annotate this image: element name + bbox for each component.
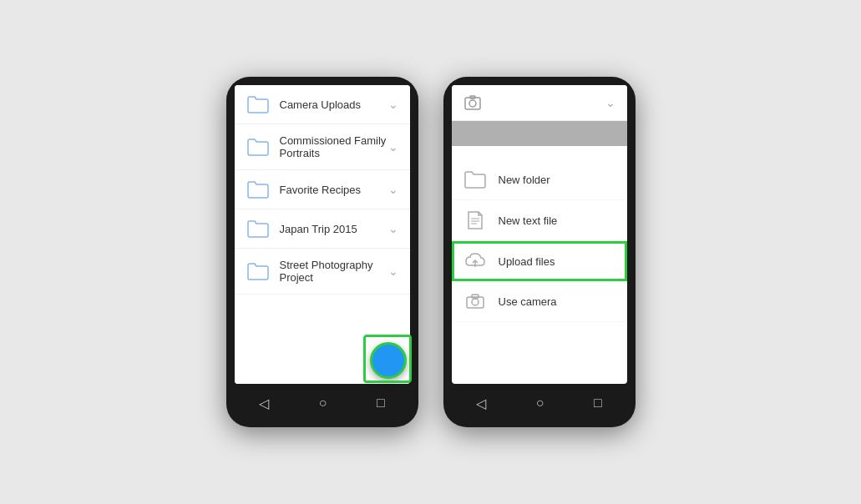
home-icon-right[interactable]: ○ bbox=[536, 396, 544, 411]
folder-item[interactable]: Camera Uploads ⌄ bbox=[235, 85, 410, 124]
chevron-icon: ⌄ bbox=[388, 140, 398, 154]
nav-bar-left: ◁ ○ □ bbox=[235, 387, 410, 419]
right-top-bar: ⌄ bbox=[452, 85, 627, 121]
folder-item[interactable]: Commissioned Family Portraits ⌄ bbox=[235, 124, 410, 170]
camera-uploads-icon bbox=[463, 93, 482, 112]
menu-item-folder[interactable]: New folder bbox=[452, 159, 627, 200]
home-icon[interactable]: ○ bbox=[319, 396, 327, 411]
dropdown-menu: New folder New text file Upload files Us… bbox=[452, 146, 627, 322]
phone-left-screen: Camera Uploads ⌄ Commissioned Family Por… bbox=[235, 85, 410, 384]
phone-left: Camera Uploads ⌄ Commissioned Family Por… bbox=[226, 77, 418, 427]
menu-item-upload-cloud[interactable]: Upload files bbox=[452, 241, 627, 281]
text-file-icon bbox=[463, 209, 487, 232]
recents-icon-right[interactable]: □ bbox=[594, 396, 602, 411]
folder-item[interactable]: Favorite Recipes ⌄ bbox=[235, 170, 410, 209]
chevron-icon: ⌄ bbox=[388, 222, 398, 235]
folder-list: Camera Uploads ⌄ Commissioned Family Por… bbox=[235, 85, 410, 384]
menu-item-label: New folder bbox=[499, 174, 550, 186]
chevron-icon: ⌄ bbox=[388, 183, 398, 196]
folder-item-name: Favorite Recipes bbox=[280, 184, 388, 196]
menu-item-camera[interactable]: Use camera bbox=[452, 281, 627, 322]
upload-cloud-icon bbox=[463, 249, 487, 273]
back-icon[interactable]: ◁ bbox=[259, 396, 269, 411]
folder-icon bbox=[246, 262, 270, 280]
phone-right-screen: ⌄ New folder New text file Upload files … bbox=[452, 85, 627, 384]
svg-point-1 bbox=[469, 100, 476, 107]
phones-container: Camera Uploads ⌄ Commissioned Family Por… bbox=[226, 77, 636, 427]
folder-item[interactable]: Japan Trip 2015 ⌄ bbox=[235, 209, 410, 249]
right-chevron-icon: ⌄ bbox=[605, 96, 615, 109]
menu-item-text-file[interactable]: New text file bbox=[452, 200, 627, 241]
folder-item-name: Camera Uploads bbox=[280, 98, 388, 111]
menu-header-gray bbox=[452, 121, 627, 146]
folder-item-name: Commissioned Family Portraits bbox=[280, 134, 388, 159]
fab-button[interactable] bbox=[370, 342, 407, 379]
folder-icon bbox=[246, 180, 270, 199]
svg-point-8 bbox=[472, 299, 479, 305]
back-icon-right[interactable]: ◁ bbox=[476, 396, 486, 411]
folder-icon bbox=[463, 168, 487, 191]
phone-right: ⌄ New folder New text file Upload files … bbox=[443, 77, 636, 427]
chevron-icon: ⌄ bbox=[388, 98, 398, 111]
chevron-icon: ⌄ bbox=[388, 265, 398, 278]
svg-rect-0 bbox=[465, 98, 480, 109]
recents-icon[interactable]: □ bbox=[377, 396, 385, 411]
folder-icon bbox=[246, 138, 270, 156]
folder-item-name: Japan Trip 2015 bbox=[280, 223, 388, 235]
svg-rect-9 bbox=[472, 295, 479, 298]
camera-icon bbox=[463, 290, 487, 313]
menu-item-label: New text file bbox=[499, 214, 558, 227]
folder-item[interactable]: Street Photography Project ⌄ bbox=[235, 249, 410, 295]
folder-icon bbox=[246, 95, 270, 113]
nav-bar-right: ◁ ○ □ bbox=[452, 387, 627, 419]
folder-item-name: Street Photography Project bbox=[280, 259, 388, 284]
folder-icon bbox=[246, 219, 270, 238]
menu-item-label: Use camera bbox=[499, 295, 557, 308]
add-here-label bbox=[452, 146, 627, 159]
menu-item-label: Upload files bbox=[499, 255, 555, 268]
